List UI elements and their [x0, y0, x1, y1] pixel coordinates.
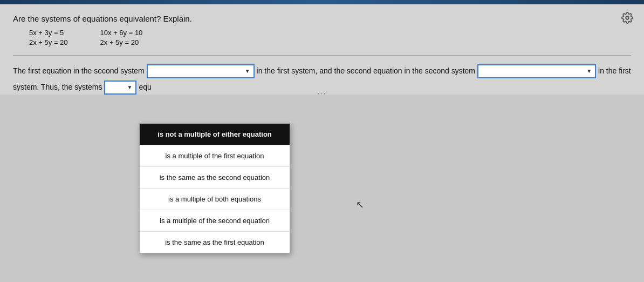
top-bar	[0, 0, 644, 4]
sentence-line-1: The first equation in the second system …	[13, 64, 631, 78]
dropdown3-arrow: ▼	[127, 83, 133, 92]
dropdown-item-0[interactable]: is not a multiple of either equation	[140, 124, 290, 145]
sentence-line-2: system. Thus, the systems ▼ equ	[13, 80, 631, 95]
divider	[13, 55, 631, 56]
dropdown-item-1[interactable]: is a multiple of the first equation	[140, 145, 290, 167]
dropdown1[interactable]: ▼	[147, 64, 255, 78]
system2-equations: 10x + 6y = 10 2x + 5y = 20	[100, 29, 143, 46]
sentence-part4: system. Thus, the systems	[13, 80, 102, 94]
gear-icon[interactable]	[621, 12, 633, 24]
sentence-area: The first equation in the second system …	[13, 64, 631, 95]
sentence-part2: in the first system, and the second equa…	[257, 64, 475, 78]
dropdown-item-3[interactable]: is a multiple of both equations	[140, 189, 290, 210]
system1-eq2: 2x + 5y = 20	[29, 38, 68, 46]
dropdown-item-2[interactable]: is the same as the second equation	[140, 167, 290, 189]
equations-row: 5x + 3y = 5 2x + 5y = 20 10x + 6y = 10 2…	[13, 29, 631, 46]
sentence-part5: equ	[139, 80, 151, 94]
dropdown-item-4[interactable]: is a multiple of the second equation	[140, 210, 290, 232]
question-title: Are the systems of equations equivalent?…	[13, 14, 631, 23]
dropdown2[interactable]: ▼	[477, 64, 596, 78]
dropdown-menu: is not a multiple of either equation is …	[139, 123, 290, 253]
sentence-part1: The first equation in the second system	[13, 64, 145, 78]
main-content: Are the systems of equations equivalent?…	[0, 4, 644, 95]
system1-eq1: 5x + 3y = 5	[29, 29, 68, 37]
dropdown2-arrow: ▼	[586, 66, 592, 76]
system2-eq2: 2x + 5y = 20	[100, 38, 143, 46]
sentence-part3: in the first	[598, 64, 631, 78]
dropdown-item-5[interactable]: is the same as the first equation	[140, 232, 290, 253]
system1-equations: 5x + 3y = 5 2x + 5y = 20	[29, 29, 68, 46]
cursor: ↖	[356, 199, 364, 211]
svg-point-0	[626, 16, 629, 19]
dropdown3[interactable]: ▼	[104, 80, 136, 95]
system2-eq1: 10x + 6y = 10	[100, 29, 143, 37]
dropdown1-arrow: ▼	[245, 66, 250, 76]
